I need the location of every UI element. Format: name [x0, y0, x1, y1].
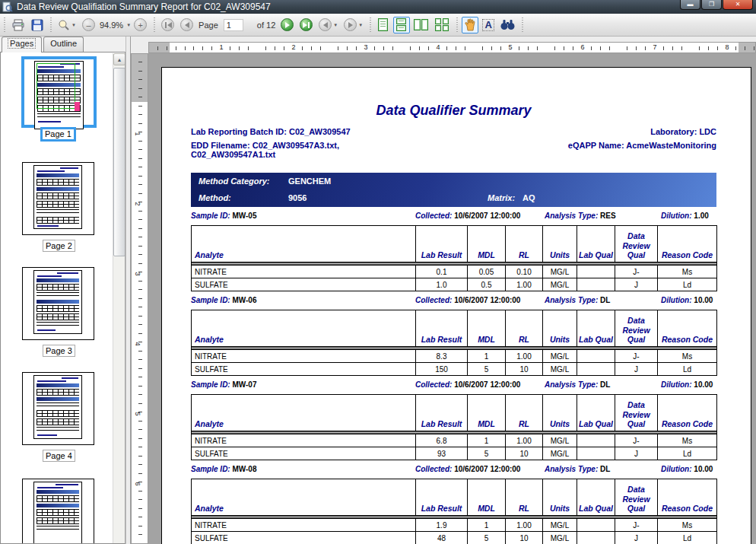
col-lab-qual: Lab Qual [577, 479, 615, 516]
page-number-input[interactable]: 1 [224, 19, 243, 31]
col-rl: RL [506, 479, 543, 516]
collected-value: 10/6/2007 12:00:00 [454, 212, 520, 220]
thumbnail-page-1[interactable] [21, 56, 97, 128]
laboratory-field: Laboratory: LDC [650, 127, 716, 136]
tab-outline[interactable]: Outline [43, 37, 84, 52]
col-mdl: MDL [468, 310, 506, 347]
col-analyte: Analyte [192, 395, 416, 431]
fit-page-view-button[interactable] [393, 17, 410, 33]
edd-filename-field: EDD Filename: C02_AW309547A3.txt, C02_AW… [191, 141, 339, 159]
toolbar: ▼ – 94.9% ▼ + Page 1 of 12 ▼ ▼ [0, 14, 756, 37]
table-row: SULFATE 150 5 10 MG/L J Ld [192, 363, 717, 376]
col-lab-result: Lab Result [416, 310, 468, 347]
thumbnail-label[interactable]: Page 4 [43, 450, 75, 462]
sample-id-label: Sample ID: [191, 465, 230, 473]
close-button[interactable]: ✕ [723, 0, 753, 10]
sample-info-line: Sample ID: MW-07 Collected: 10/6/2007 12… [191, 380, 716, 393]
col-lab-qual: Lab Qual [577, 226, 615, 262]
table-header-row: Analyte Lab Result MDL RL Units Lab Qual… [192, 479, 717, 516]
two-page-view-button[interactable] [411, 17, 431, 33]
next-page-icon [285, 22, 290, 28]
method-category-label: Method Category: [191, 177, 288, 186]
dilution-label: Dilution: [661, 296, 692, 304]
zoom-level-dropdown-arrow-icon[interactable]: ▼ [126, 23, 131, 27]
sample-id-value: MW-05 [232, 212, 256, 220]
window-title: Data Review Qualifiation Summary Report … [17, 2, 271, 12]
previous-page-button[interactable] [178, 17, 195, 33]
pages-panel-scrollbar[interactable]: ▲ [113, 53, 125, 544]
thumbnail-page-3[interactable] [22, 267, 94, 340]
table-row: SULFATE 48 5 10 MG/L J Ld [192, 532, 717, 544]
table-header-row: Analyte Lab Result MDL RL Units Lab Qual… [192, 395, 717, 431]
analysis-type-value: DL [600, 465, 610, 473]
zoom-dropdown-arrow-icon[interactable]: ▼ [71, 23, 76, 27]
zoom-in-button[interactable]: + [132, 17, 149, 33]
first-page-button[interactable] [159, 17, 176, 33]
single-page-view-button[interactable] [375, 17, 392, 33]
col-analyte: Analyte [192, 479, 416, 516]
history-forward-button[interactable]: ▼ [341, 17, 365, 33]
thumbnail-label[interactable]: Page 2 [43, 240, 75, 252]
next-page-button[interactable] [278, 17, 296, 33]
plus-icon: + [134, 18, 147, 31]
table-row: SULFATE 93 5 10 MG/L J Ld [192, 447, 717, 460]
text-select-tool-button[interactable]: A [480, 17, 497, 33]
results-table: Analyte Lab Result MDL RL Units Lab Qual… [191, 310, 717, 376]
col-units: Units [543, 479, 577, 516]
thumbnail-page-5[interactable] [22, 479, 94, 544]
col-units: Units [543, 310, 577, 347]
col-units: Units [543, 226, 577, 262]
toolbar-grip [368, 17, 372, 33]
minus-icon: – [82, 18, 95, 31]
thumbnail-page-2[interactable] [22, 162, 94, 235]
table-header-row: Analyte Lab Result MDL RL Units Lab Qual… [192, 226, 717, 262]
method-banner: Method Category: GENCHEM Method: 9056 Ma… [191, 173, 716, 207]
panel-splitter[interactable] [125, 37, 131, 544]
collected-value: 10/6/2007 12:00:00 [454, 296, 520, 304]
page-label: Page [199, 21, 218, 30]
eqapp-field: eQAPP Name: AcmeWasteMonitoring [568, 141, 716, 159]
thumbnail-label[interactable]: Page 3 [43, 345, 75, 357]
back-icon [323, 22, 328, 28]
matrix-field: Matrix: AQ [488, 193, 535, 202]
save-button[interactable] [29, 17, 46, 33]
table-row: NITRATE 0.1 0.05 0.10 MG/L J- Ms [192, 266, 717, 278]
scroll-up-arrow-icon[interactable]: ▲ [113, 53, 125, 65]
zoom-level-value[interactable]: 94.9% [100, 21, 123, 30]
minimize-button[interactable]: ▬ [680, 0, 700, 10]
thumbnail-page-4[interactable] [22, 372, 94, 445]
analysis-type-label: Analysis Type: [545, 212, 598, 220]
print-button[interactable] [9, 17, 27, 33]
maximize-button[interactable]: ❐ [701, 0, 722, 10]
sample-section: Sample ID: MW-08 Collected: 10/6/2007 12… [191, 465, 716, 544]
scrollbar-thumb[interactable] [113, 68, 125, 256]
last-page-button[interactable] [297, 17, 315, 33]
sample-sections: Sample ID: MW-05 Collected: 10/6/2007 12… [191, 212, 716, 544]
col-data-review-qual: Data Review Qual [615, 310, 658, 347]
col-lab-qual: Lab Qual [577, 395, 615, 431]
report-title: Data Qualifier Summary [191, 103, 716, 119]
col-lab-result: Lab Result [416, 226, 468, 262]
multi-page-view-button[interactable] [433, 17, 452, 33]
last-page-icon [303, 22, 307, 28]
find-button[interactable] [498, 17, 517, 33]
forward-dropdown-arrow-icon[interactable]: ▼ [358, 23, 363, 27]
col-data-review-qual: Data Review Qual [615, 395, 658, 431]
zoom-tool-button[interactable]: ▼ [56, 17, 78, 33]
analysis-type-value: RES [600, 212, 616, 220]
tab-pages[interactable]: Pages [2, 37, 42, 52]
sample-id-value: MW-07 [232, 380, 256, 389]
collected-value: 10/6/2007 12:00:00 [454, 380, 520, 389]
first-page-icon [167, 22, 172, 28]
history-back-button[interactable]: ▼ [316, 17, 340, 33]
col-analyte: Analyte [192, 310, 416, 347]
zoom-out-button[interactable]: – [80, 17, 97, 33]
vertical-ruler: 1 2 3 4 5 6 [131, 53, 148, 544]
pan-tool-button[interactable] [462, 17, 478, 33]
dilution-value: 10.00 [694, 380, 713, 389]
col-lab-result: Lab Result [416, 479, 468, 516]
thumbnail-label[interactable]: Page 1 [40, 127, 76, 142]
toolbar-grip [2, 17, 6, 33]
back-dropdown-arrow-icon[interactable]: ▼ [333, 23, 338, 27]
collected-value: 10/6/2007 12:00:00 [454, 465, 520, 473]
